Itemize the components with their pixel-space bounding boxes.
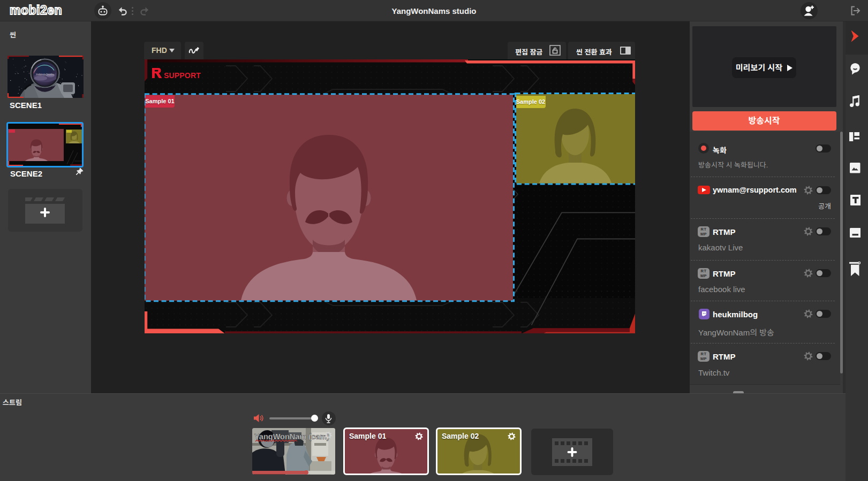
svg-text:YangWonNam (cam): YangWonNam (cam) <box>254 432 329 441</box>
svg-text:YolandaStudio: YolandaStudio <box>36 73 55 76</box>
svg-text:SUPPORT: SUPPORT <box>164 71 201 80</box>
